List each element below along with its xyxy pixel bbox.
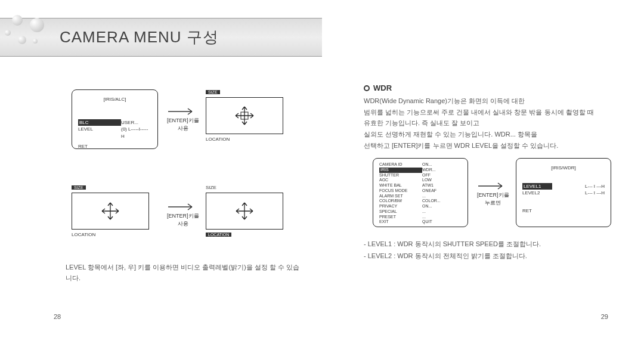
menu-val: LOW	[422, 178, 462, 183]
page-number-right: 29	[601, 313, 608, 320]
bullet-ring-icon	[364, 85, 370, 91]
wdr-desc-line: WDR(Wide Dynamic Range)기능은 화면의 이득에 대한	[364, 95, 614, 107]
iris-wdr-box: [IRIS/WDR] LEVEL1L--- I ---H LEVEL2L--- …	[516, 158, 611, 227]
arrow1-label1: [ENTER]키를	[167, 117, 199, 125]
main-menu-row: AGCLOW	[379, 178, 462, 183]
main-menu-row: COLOR/BWCOLOR...	[379, 199, 462, 204]
arrow2-label2: 사용	[167, 220, 199, 228]
size-bl-foot: LOCATION	[72, 232, 149, 237]
level-note-2: - LEVEL2 : WDR 동작시의 전체적인 밝기를 조절합니다.	[364, 250, 541, 262]
menu-key: SHUTTER	[379, 173, 422, 178]
main-menu-row: SPECIAL...	[379, 209, 462, 215]
menu-val: OFF	[422, 173, 462, 178]
main-menu-row: FOCUS MODEONEAF	[379, 188, 462, 194]
menu-val: ON...	[422, 162, 462, 168]
wdr-desc: WDR(Wide Dynamic Range)기능은 화면의 이득에 대한 범위…	[364, 95, 614, 151]
main-menu-row: CAMERA IDON...	[379, 162, 462, 168]
arrow2-label1: [ENTER]키를	[167, 212, 199, 220]
wdr-desc-line: 범위를 넓히는 기능으로써 주로 건물 내에서 실내와 창문 밖을 동시에 촬영…	[364, 107, 614, 118]
size-box-bl: SIZE LOCATION	[72, 185, 149, 244]
menu-val: WDR...	[422, 168, 462, 173]
main-menu-row: WHITE BALATW1	[379, 183, 462, 188]
menu-blc-v: USER...	[121, 119, 151, 126]
menu-level-k: LEVEL	[78, 126, 121, 139]
page-title: CAMERA MENU 구성	[60, 27, 219, 48]
menu-ret: RET	[78, 143, 151, 150]
left-caption: LEVEL 항목에서 [좌, 우] 키를 이용하면 비디오 출력레벨(밝기)을 …	[66, 262, 304, 283]
arrow-2: [ENTER]키를 사용	[167, 203, 199, 228]
size-br-foot: LOCATION	[206, 233, 231, 237]
header-bubbles	[0, 12, 54, 60]
arrow-right: [ENTER]키를 누르면	[477, 182, 509, 207]
wdr-desc-line: 실외도 선명하게 재현할 수 있는 기능입니다. WDR... 항목을	[364, 129, 614, 140]
arrow-r-label2: 누르면	[477, 199, 509, 207]
level1-v: L--- I ---H	[552, 183, 605, 190]
menu-level-v: (0) L-----I-----H	[121, 126, 151, 139]
wdrbox-ret: RET	[522, 207, 605, 214]
iris-wdr-title: IRIS/WDR	[553, 165, 575, 171]
wdr-desc-line: 유효한 기능입니다. 즉 실내도 잘 보이고	[364, 117, 614, 129]
menu-key: PRESET	[379, 215, 422, 220]
level-note-1: - LEVEL1 : WDR 동작시의 SHUTTER SPEED를 조절합니다…	[364, 238, 541, 250]
main-menu-box: CAMERA IDON...IRISWDR...SHUTTEROFFAGCLOW…	[373, 158, 468, 227]
size-br-head: SIZE	[206, 185, 283, 190]
wdr-heading-text: WDR	[373, 83, 392, 92]
level2-k: LEVEL2	[522, 190, 552, 196]
main-menu-row: SHUTTEROFF	[379, 173, 462, 178]
menu-key: PRIVACY	[379, 204, 422, 209]
page-number-left: 28	[54, 313, 61, 320]
level1-k: LEVEL1	[522, 183, 552, 190]
menu-val: ...	[422, 209, 462, 215]
menu-blc-k: BLC	[78, 119, 121, 126]
resize-arrows-icon	[234, 106, 255, 126]
menu-val: COLOR...	[422, 199, 462, 204]
menu-val: ...	[422, 215, 462, 220]
arrow-1: [ENTER]키를 사용	[167, 107, 199, 132]
size-tr-head: SIZE	[206, 90, 220, 94]
iris-alc-title: IRIS/ALC	[105, 97, 125, 102]
main-menu-row: PRIVACYON...	[379, 204, 462, 209]
size-box-tr: SIZE LOCATION	[206, 89, 283, 149]
arrow-r-label1: [ENTER]키를	[477, 191, 509, 199]
main-menu-row: EXITQUIT	[379, 219, 462, 225]
menu-val: ...	[422, 194, 462, 199]
menu-val: QUIT	[422, 219, 462, 225]
menu-key: WHITE BAL	[379, 183, 422, 188]
menu-key: CAMERA ID	[379, 162, 422, 168]
size-box-br: SIZE LOCATION	[206, 185, 283, 244]
main-menu-row: ALARM SET...	[379, 194, 462, 199]
menu-key: EXIT	[379, 219, 422, 225]
size-tr-foot: LOCATION	[206, 137, 283, 142]
menu-key: AGC	[379, 178, 422, 183]
main-menu-row: PRESET...	[379, 215, 462, 220]
main-menu-row: IRISWDR...	[379, 168, 462, 173]
arrow-right-icon	[478, 182, 508, 190]
wdr-desc-line: 선택하고 [ENTER]키를 누르면 WDR LEVEL을 설정할 수 있습니다…	[364, 140, 614, 151]
wdr-heading: WDR	[364, 83, 392, 92]
menu-key: ALARM SET	[379, 194, 422, 199]
level-notes: - LEVEL1 : WDR 동작시의 SHUTTER SPEED를 조절합니다…	[364, 238, 541, 262]
menu-key: COLOR/BW	[379, 199, 422, 204]
move-arrows-icon	[236, 202, 253, 220]
level2-v: L--- I ---H	[552, 190, 605, 196]
menu-key: SPECIAL	[379, 209, 422, 215]
move-arrows-icon	[101, 202, 119, 220]
menu-val: ON...	[422, 204, 462, 209]
arrow1-label2: 사용	[167, 125, 199, 132]
menu-val: ATW1	[422, 183, 462, 188]
menu-key: FOCUS MODE	[379, 188, 422, 194]
menu-val: ONEAF	[422, 188, 462, 194]
arrow-right-icon	[168, 107, 198, 116]
iris-alc-box: [IRIS/ALC] BLCUSER... LEVEL(0) L-----I--…	[72, 89, 158, 149]
arrow-right-icon	[168, 203, 198, 211]
size-bl-head: SIZE	[72, 185, 86, 190]
menu-key: IRIS	[379, 168, 422, 173]
